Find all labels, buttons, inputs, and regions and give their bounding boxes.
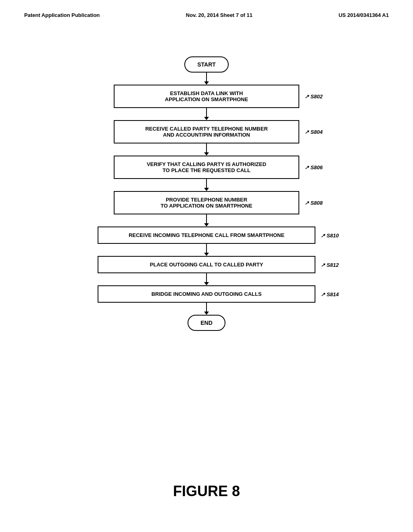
step-S814-box: BRIDGE INCOMING AND OUTGOING CALLS ↗ S81… (98, 285, 315, 303)
arrow-line (206, 179, 207, 188)
arrow-head (204, 117, 209, 120)
step-S806-label: ↗ S806 (305, 164, 323, 170)
header-left: Patent Application Publication (24, 12, 100, 18)
arrow-head (204, 223, 209, 227)
step-S802-label: ↗ S802 (305, 94, 323, 100)
step-S804-label: ↗ S804 (305, 129, 323, 135)
arrow-head (204, 253, 209, 256)
arrow-head (204, 81, 209, 85)
step-S810-label: ↗ S810 (321, 232, 339, 238)
step-S814-wrapper: BRIDGE INCOMING AND OUTGOING CALLS ↗ S81… (98, 285, 315, 303)
step-S804-box: RECEIVE CALLED PARTY TELEPHONE NUMBERAND… (114, 120, 299, 143)
arrow-8 (204, 303, 209, 315)
arrow-line (206, 73, 207, 81)
step-S812-label: ↗ S812 (321, 262, 339, 268)
diagram-area: START ESTABLISH DATA LINK WITHAPPLICATIO… (0, 32, 413, 532)
figure-caption: FIGURE 8 (0, 483, 413, 500)
arrow-6 (204, 244, 209, 256)
arrow-line (206, 244, 207, 253)
step-S808-wrapper: PROVIDE TELEPHONE NUMBERTO APPLICATION O… (114, 191, 299, 214)
step-S810-wrapper: RECEIVE INCOMING TELEPHONE CALL FROM SMA… (98, 227, 315, 244)
arrow-line (206, 214, 207, 223)
arrow-2 (204, 108, 209, 120)
arrow-head (204, 188, 209, 191)
arrow-7 (204, 273, 209, 285)
arrow-1 (204, 73, 209, 85)
step-S806-box: VERIFY THAT CALLING PARTY IS AUTHORIZEDT… (114, 156, 299, 179)
step-S810-box: RECEIVE INCOMING TELEPHONE CALL FROM SMA… (98, 227, 315, 244)
start-oval: START (184, 56, 229, 73)
arrow-head (204, 152, 209, 156)
page-header: Patent Application Publication Nov. 20, … (0, 0, 413, 18)
step-S806-wrapper: VERIFY THAT CALLING PARTY IS AUTHORIZEDT… (114, 156, 299, 179)
arrow-line (206, 273, 207, 282)
step-S808-box: PROVIDE TELEPHONE NUMBERTO APPLICATION O… (114, 191, 299, 214)
step-S808-label: ↗ S808 (305, 200, 323, 206)
step-S814-label: ↗ S814 (321, 291, 339, 297)
arrow-line (206, 303, 207, 312)
header-center: Nov. 20, 2014 Sheet 7 of 11 (186, 12, 252, 18)
arrow-4 (204, 179, 209, 191)
header-right: US 2014/0341364 A1 (338, 12, 389, 18)
end-oval: END (188, 315, 225, 331)
flowchart: START ESTABLISH DATA LINK WITHAPPLICATIO… (98, 56, 315, 331)
step-S802-wrapper: ESTABLISH DATA LINK WITHAPPLICATION ON S… (114, 85, 299, 108)
arrow-head (204, 282, 209, 285)
step-S802-box: ESTABLISH DATA LINK WITHAPPLICATION ON S… (114, 85, 299, 108)
step-S812-box: PLACE OUTGOING CALL TO CALLED PARTY ↗ S8… (98, 256, 315, 273)
arrow-line (206, 108, 207, 117)
step-S804-wrapper: RECEIVE CALLED PARTY TELEPHONE NUMBERAND… (114, 120, 299, 143)
arrow-5 (204, 214, 209, 227)
arrow-3 (204, 143, 209, 156)
step-S812-wrapper: PLACE OUTGOING CALL TO CALLED PARTY ↗ S8… (98, 256, 315, 273)
arrow-head (204, 312, 209, 315)
arrow-line (206, 143, 207, 152)
